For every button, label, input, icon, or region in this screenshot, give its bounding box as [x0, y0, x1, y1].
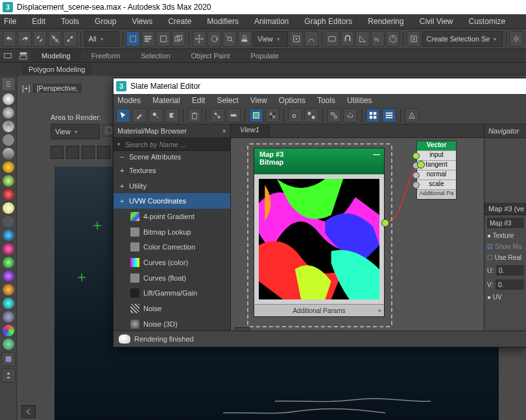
select-tool-button[interactable]	[116, 108, 130, 122]
v-offset-input[interactable]: 0.	[496, 279, 524, 290]
item-curves-float[interactable]: Curves (float)	[114, 270, 230, 286]
cat-utility[interactable]: Utility	[114, 178, 230, 194]
ribbon-tab-selection[interactable]: Selection	[130, 49, 180, 62]
pick-material-button[interactable]	[132, 108, 147, 122]
link-button[interactable]	[33, 31, 47, 47]
node-header[interactable]: Map #3 Bitmap —	[254, 148, 384, 174]
menu-create[interactable]: Create	[168, 17, 191, 26]
copy-image-button[interactable]	[66, 146, 79, 159]
assign-material-button[interactable]	[149, 108, 163, 122]
slate-menu-options[interactable]: Options	[279, 96, 305, 105]
node-output-port[interactable]	[381, 219, 389, 227]
pivot-button[interactable]	[289, 31, 303, 47]
browser-search-input[interactable]: Search by Name ...	[114, 138, 230, 152]
layout-children-button[interactable]	[343, 108, 357, 122]
node-vector[interactable]: Vector input tangent normal scale Additi…	[416, 141, 457, 200]
item-bitmap-lookup[interactable]: Bitmap Lookup	[114, 224, 230, 240]
chk-use-real[interactable]: Use Real	[487, 254, 524, 261]
redo-button[interactable]	[18, 31, 31, 47]
ribbon-toggle-icon[interactable]	[0, 50, 16, 62]
modifier-icon[interactable]	[3, 270, 14, 282]
menu-graph-editors[interactable]: Graph Editors	[304, 17, 352, 26]
clone-frame-button[interactable]	[82, 146, 95, 159]
viewport-name[interactable]: [Perspective,	[33, 84, 82, 93]
slate-menu-utilities[interactable]: Utilities	[347, 96, 372, 105]
area-to-render-dropdown[interactable]: View	[51, 124, 100, 139]
create-sphere-icon[interactable]	[3, 93, 14, 105]
view-tab-1[interactable]: View1	[231, 124, 269, 137]
menu-group[interactable]: Group	[95, 17, 116, 26]
slate-menu-tools[interactable]: Tools	[317, 96, 335, 105]
select-by-material-button[interactable]	[405, 108, 419, 122]
menu-modifiers[interactable]: Modifiers	[207, 17, 239, 26]
timeline-scroll-left[interactable]	[21, 405, 36, 418]
menu-civil-view[interactable]: Civil View	[420, 17, 453, 26]
edit-named-selset-button[interactable]	[407, 31, 420, 47]
u-offset-input[interactable]: 0.	[496, 265, 524, 275]
preview-type-button[interactable]: 0	[288, 108, 302, 122]
viewport-plus[interactable]: [+]	[22, 84, 30, 92]
save-image-button[interactable]	[51, 146, 64, 159]
put-to-scene-button[interactable]	[165, 108, 179, 122]
radio-uv[interactable]: UV	[487, 294, 524, 301]
angle-snap-button[interactable]	[355, 31, 369, 47]
menu-file[interactable]: File	[4, 17, 16, 26]
system-icon[interactable]	[3, 257, 14, 268]
spacewarp-icon[interactable]	[3, 243, 14, 255]
chk-show-map[interactable]: Show Ma	[487, 243, 524, 250]
item-4point-gradient[interactable]: 4-point Gradient	[114, 209, 230, 224]
menu-tools[interactable]: Tools	[61, 17, 79, 26]
print-image-button[interactable]	[97, 146, 110, 159]
rotate-button[interactable]	[208, 31, 221, 47]
create-tube-icon[interactable]	[3, 175, 14, 187]
menu-customize[interactable]: Customize	[469, 17, 506, 26]
bind-button[interactable]	[63, 31, 77, 47]
browser-close-icon[interactable]: ×	[222, 127, 226, 135]
ribbon-tab-modeling[interactable]: Modeling	[31, 49, 81, 62]
cat-scene-attributes[interactable]: Scene Attributes	[114, 151, 230, 163]
slate-titlebar[interactable]: 3 Slate Material Editor	[114, 78, 526, 94]
node-canvas[interactable]: Map #3 Bitmap —	[231, 138, 484, 347]
create-pyramid-icon[interactable]	[3, 189, 14, 200]
ribbon-tab-populate[interactable]: Populate	[240, 49, 289, 62]
menu-animation[interactable]: Animation	[254, 17, 289, 26]
create-cone-icon[interactable]	[3, 148, 14, 159]
cat-textures[interactable]: Textures	[114, 163, 230, 178]
camera-icon[interactable]	[3, 216, 14, 228]
select-region-button[interactable]	[156, 31, 170, 47]
slate-menu-edit[interactable]: Edit	[192, 96, 206, 105]
create-cylinder-icon[interactable]	[3, 121, 14, 132]
vector-normal-row[interactable]: normal	[417, 170, 456, 180]
item-noise-3d[interactable]: Noise (3D)	[114, 316, 230, 332]
move-children-button[interactable]	[210, 108, 224, 122]
unlink-button[interactable]	[48, 31, 62, 47]
select-by-name-button[interactable]	[141, 31, 155, 47]
light-icon[interactable]	[3, 202, 14, 214]
material-editor-button[interactable]	[366, 108, 380, 122]
hair-icon[interactable]	[3, 338, 14, 350]
node-map3-bitmap[interactable]: Map #3 Bitmap —	[254, 148, 385, 317]
vector-scale-row[interactable]: scale	[417, 180, 456, 189]
scale-button[interactable]	[222, 31, 236, 47]
menu-views[interactable]: Views	[132, 17, 152, 26]
slate-menu-modes[interactable]: Modes	[117, 96, 141, 105]
item-curves-color[interactable]: Curves (color)	[114, 255, 230, 270]
percent-snap-button[interactable]: %	[371, 31, 385, 47]
show-map-button[interactable]	[249, 108, 263, 122]
window-crossing-button[interactable]	[172, 31, 185, 47]
helper-icon[interactable]	[3, 229, 14, 241]
anim-icon[interactable]	[3, 284, 14, 296]
rgb-icon[interactable]	[3, 325, 14, 336]
snap-toggle-button[interactable]	[341, 31, 354, 47]
slate-menu-material[interactable]: Material	[152, 96, 180, 105]
ribbon-tab-freeform[interactable]: Freeform	[81, 49, 131, 62]
radio-texture[interactable]: Texture	[487, 232, 524, 239]
vector-input-port[interactable]	[417, 161, 425, 169]
create-geosphere-icon[interactable]	[3, 107, 14, 119]
populate-icon[interactable]	[1, 368, 16, 382]
ribbon-panel-polygon-modeling[interactable]: Polygon Modeling	[22, 64, 91, 75]
placement-button[interactable]	[238, 31, 252, 47]
param-name-input[interactable]: Map #3	[487, 218, 524, 228]
slate-menu-view[interactable]: View	[250, 96, 267, 105]
layout-button[interactable]	[327, 108, 341, 122]
